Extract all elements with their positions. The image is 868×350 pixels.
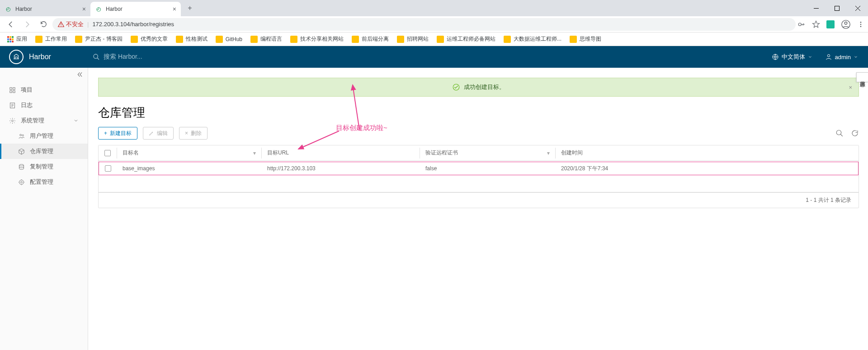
bookmark-item[interactable]: 编程语言 [247,33,286,45]
browser-tab-1[interactable]: ◴ Harbor × [90,2,181,16]
sidebar-item-label: 用户管理 [30,132,53,140]
apps-button[interactable]: 应用 [4,33,31,45]
close-icon[interactable]: × [173,5,176,13]
svg-point-16 [20,134,22,136]
folder-icon [290,36,297,43]
browser-tabs-bar: ◴ Harbor × ◴ Harbor × + [0,0,868,16]
app-name: Harbor [29,53,51,61]
address-field[interactable]: 不安全 | 172.200.3.104/harbor/registries [52,18,796,31]
edit-button[interactable]: 编辑 [143,127,174,140]
browser-tab-0[interactable]: ◴ Harbor × [0,2,90,16]
sidebar-item-label: 日志 [21,101,33,109]
filter-icon[interactable]: ▾ [253,150,256,156]
bookmark-item[interactable]: 前后端分离 [348,33,392,45]
extension-icon[interactable] [826,20,835,28]
cell-time: 2020/1/28 下午7:34 [556,165,858,173]
sidebar-item-registries[interactable]: 仓库管理 [0,144,88,159]
main-content: 成功创建目标。 × 仓库管理 + 新建目标 编辑 × 删除 [88,68,868,350]
search-input[interactable]: 搜索 Harbor... [88,53,142,61]
globe-icon [772,53,779,61]
folder-icon [570,36,577,43]
pencil-icon [149,131,154,136]
alert-close-button[interactable]: × [849,84,852,91]
window-close-button[interactable] [847,0,868,16]
folder-icon [437,36,444,43]
star-icon[interactable] [812,20,820,28]
folder-icon [216,36,223,43]
bookmark-item[interactable]: 运维工程师必备网站 [433,33,499,45]
cell-name: base_images [117,165,262,172]
sidebar-item-label: 仓库管理 [30,147,53,155]
svg-rect-13 [13,90,15,92]
language-selector[interactable]: 中文简体 [772,53,812,61]
search-icon [93,53,100,61]
svg-point-15 [12,120,14,121]
column-header-name[interactable]: 目标名▾ [117,148,261,159]
sidebar-item-config[interactable]: 配置管理 [0,174,88,190]
warning-icon [58,21,64,28]
column-header-cert[interactable]: 验证远程证书▾ [420,148,555,159]
svg-point-7 [94,54,98,58]
user-menu[interactable]: admin [825,53,858,61]
search-toggle-button[interactable] [835,129,844,137]
table-footer: 1 - 1 共计 1 条记录 [99,192,859,208]
sidebar-item-admin[interactable]: 系统管理 [0,113,88,128]
refresh-button[interactable] [851,129,859,137]
sidebar-item-users[interactable]: 用户管理 [0,128,88,144]
window-maximize-button[interactable] [826,0,847,16]
select-all-checkbox[interactable] [104,150,111,156]
bookmark-item[interactable]: 性格测试 [172,33,211,45]
replication-icon [18,163,25,170]
x-icon: × [185,130,188,136]
bookmark-item[interactable]: 招聘网站 [393,33,432,45]
svg-point-19 [19,180,24,184]
collapse-sidebar-button[interactable] [77,71,83,78]
delete-button[interactable]: × 删除 [179,127,208,140]
chevron-left-double-icon [77,71,83,78]
folder-icon [35,36,42,43]
table-row[interactable]: base_images http://172.200.3.103 false 2… [99,162,859,175]
column-header-time[interactable]: 创建时间 [555,148,859,159]
chevron-down-icon [854,55,858,59]
svg-point-9 [827,55,830,57]
column-header-url[interactable]: 目标URL [261,148,420,159]
bookmarks-bar: 应用 工作常用 尹正杰 - 博客园 优秀的文章 性格测试 GitHub 编程语言… [0,33,868,46]
bookmark-item[interactable]: 尹正杰 - 博客园 [71,33,126,45]
alert-text: 成功创建目标。 [464,83,505,91]
reload-button[interactable] [36,17,51,32]
sidebar-item-projects[interactable]: 项目 [0,82,88,98]
new-target-button[interactable]: + 新建目标 [98,127,137,140]
chevron-down-icon [808,55,812,59]
svg-point-22 [836,130,841,135]
bookmark-item[interactable]: 工作常用 [32,33,71,45]
window-minimize-button[interactable] [806,0,826,16]
bookmark-item[interactable]: GitHub [212,34,246,45]
profile-icon[interactable] [841,19,851,29]
row-checkbox[interactable] [105,165,111,172]
new-tab-button[interactable]: + [184,2,196,14]
forward-button[interactable] [20,17,34,32]
sidebar-item-label: 系统管理 [21,117,44,125]
bookmark-item[interactable]: 技术分享相关网站 [287,33,347,45]
close-icon[interactable]: × [82,5,86,13]
sidebar-item-logs[interactable]: 日志 [0,98,88,113]
sidebar-item-replication[interactable]: 复制管理 [0,159,88,174]
key-icon[interactable] [797,20,806,28]
svg-point-20 [21,181,23,183]
filter-icon[interactable]: ▾ [547,150,550,156]
tab-title: Harbor [15,6,32,12]
svg-point-5 [860,23,862,25]
projects-icon [9,87,16,93]
bookmark-item[interactable]: 优秀的文章 [127,33,171,45]
svg-point-1 [798,23,801,26]
menu-icon[interactable] [857,21,864,28]
svg-rect-12 [10,90,12,92]
back-button[interactable] [4,17,18,32]
event-log-tab[interactable]: 事件日志 [856,72,868,82]
folder-icon [504,36,511,43]
bookmark-item[interactable]: 思维导图 [566,33,605,45]
cell-url: http://172.200.3.103 [262,165,420,172]
insecure-warning: 不安全 [58,20,84,28]
bookmark-item[interactable]: 大数据运维工程师... [500,33,565,45]
svg-rect-10 [10,87,12,89]
